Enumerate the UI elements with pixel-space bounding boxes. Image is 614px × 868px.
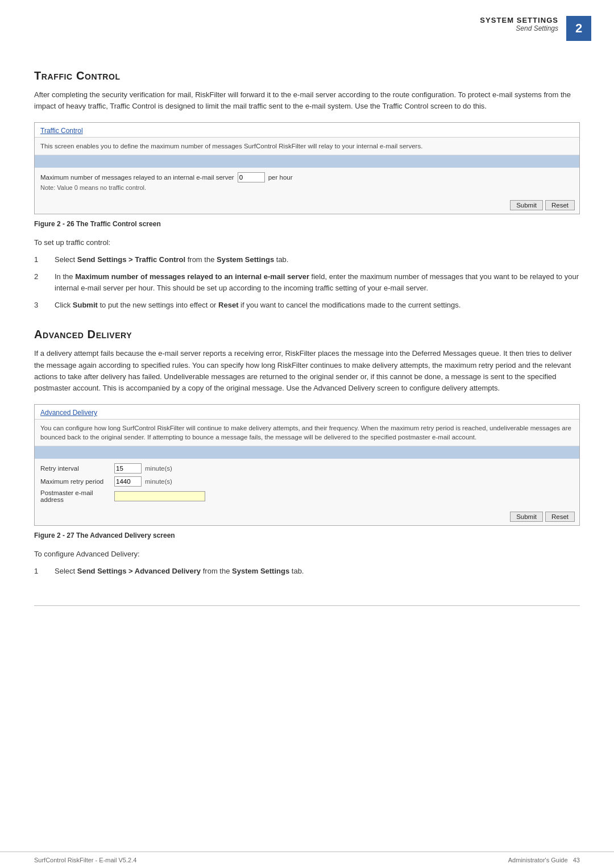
screenshot-blue-bar xyxy=(35,155,579,168)
adv-field-row-maxretry: Maximum retry period minute(s) xyxy=(40,476,574,487)
traffic-submit-button[interactable]: Submit xyxy=(510,200,543,210)
adv-screenshot-blue-bar xyxy=(35,446,579,459)
traffic-control-heading: Traffic Control xyxy=(34,69,580,82)
adv-maxretry-unit: minute(s) xyxy=(145,478,172,485)
header-title: System Settings xyxy=(480,16,558,24)
adv-field-row-retry: Retry interval minute(s) xyxy=(40,463,574,474)
traffic-figure-caption: Figure 2 - 26 The Traffic Control screen xyxy=(34,220,580,228)
field-row-messages: Maximum number of messages relayed to an… xyxy=(40,172,574,182)
adv-field-row-postmaster: Postmaster e-mailaddress xyxy=(40,489,574,503)
adv-postmaster-label: Postmaster e-mailaddress xyxy=(40,489,114,503)
adv-steps-list: 1 Select Send Settings > Advanced Delive… xyxy=(34,566,580,577)
page-footer: SurfControl RiskFilter - E-mail V5.2.4 A… xyxy=(0,852,614,868)
adv-submit-button[interactable]: Submit xyxy=(510,512,543,522)
screenshot-actions: Submit Reset xyxy=(35,198,579,214)
traffic-control-intro: After completing the security verificati… xyxy=(34,89,580,112)
footer-right: Administrator's Guide 43 xyxy=(508,857,580,863)
traffic-step-3: 3 Click Submit to put the new settings i… xyxy=(34,300,580,311)
header-subtitle: Send Settings xyxy=(480,24,558,32)
adv-retry-unit: minute(s) xyxy=(145,465,172,472)
chapter-badge: 2 xyxy=(566,16,591,41)
traffic-setup-intro: To set up traffic control: xyxy=(34,237,580,248)
adv-reset-button[interactable]: Reset xyxy=(545,512,575,522)
field-note: Note: Value 0 means no traffic control. xyxy=(40,184,574,191)
step-text-1: Select Send Settings > Traffic Control f… xyxy=(55,254,580,265)
screenshot-fields: Maximum number of messages relayed to an… xyxy=(35,168,579,198)
step-num-3: 3 xyxy=(34,300,55,311)
traffic-reset-button[interactable]: Reset xyxy=(545,200,575,210)
header-text: System Settings Send Settings xyxy=(480,16,558,32)
screenshot-description: This screen enables you to define the ma… xyxy=(35,138,579,155)
adv-retry-label: Retry interval xyxy=(40,465,114,472)
step-num-2: 2 xyxy=(34,271,55,283)
adv-step-num-1: 1 xyxy=(34,566,55,577)
adv-step-1: 1 Select Send Settings > Advanced Delive… xyxy=(34,566,580,577)
adv-step-text-1: Select Send Settings > Advanced Delivery… xyxy=(55,566,580,577)
adv-postmaster-input[interactable] xyxy=(114,491,205,501)
traffic-steps-list: 1 Select Send Settings > Traffic Control… xyxy=(34,254,580,312)
main-content: Traffic Control After completing the sec… xyxy=(0,47,614,605)
step-text-2: In the Maximum number of messages relaye… xyxy=(55,271,580,294)
adv-screenshot-title-bar: Advanced Delivery xyxy=(35,405,579,420)
field-unit-messages: per hour xyxy=(268,174,293,181)
step-text-3: Click Submit to put the new settings int… xyxy=(55,300,580,311)
adv-screenshot-description: You can configure how long SurfControl R… xyxy=(35,420,579,446)
screenshot-title-bar: Traffic Control xyxy=(35,123,579,138)
adv-maxretry-label: Maximum retry period xyxy=(40,478,114,485)
adv-screenshot-actions: Submit Reset xyxy=(35,509,579,525)
adv-configure-intro: To configure Advanced Delivery: xyxy=(34,549,580,560)
traffic-control-screenshot: Traffic Control This screen enables you … xyxy=(34,122,580,214)
step-num-1: 1 xyxy=(34,254,55,265)
advanced-delivery-intro: If a delivery attempt fails because the … xyxy=(34,348,580,394)
adv-screenshot-title-link[interactable]: Advanced Delivery xyxy=(40,409,97,417)
advanced-delivery-screenshot: Advanced Delivery You can configure how … xyxy=(34,404,580,526)
adv-screenshot-fields: Retry interval minute(s) Maximum retry p… xyxy=(35,459,579,509)
screenshot-title-link[interactable]: Traffic Control xyxy=(40,127,83,135)
traffic-step-1: 1 Select Send Settings > Traffic Control… xyxy=(34,254,580,265)
adv-maxretry-input[interactable] xyxy=(114,476,142,487)
adv-figure-caption: Figure 2 - 27 The Advanced Delivery scre… xyxy=(34,531,580,539)
adv-retry-input[interactable] xyxy=(114,463,142,474)
field-label-messages: Maximum number of messages relayed to an… xyxy=(40,174,234,181)
footer-left: SurfControl RiskFilter - E-mail V5.2.4 xyxy=(34,857,136,863)
traffic-step-2: 2 In the Maximum number of messages rela… xyxy=(34,271,580,294)
page-header: System Settings Send Settings 2 xyxy=(0,0,614,47)
advanced-delivery-heading: Advanced Delivery xyxy=(34,328,580,341)
field-input-messages[interactable] xyxy=(238,172,265,182)
bottom-rule xyxy=(34,605,580,606)
